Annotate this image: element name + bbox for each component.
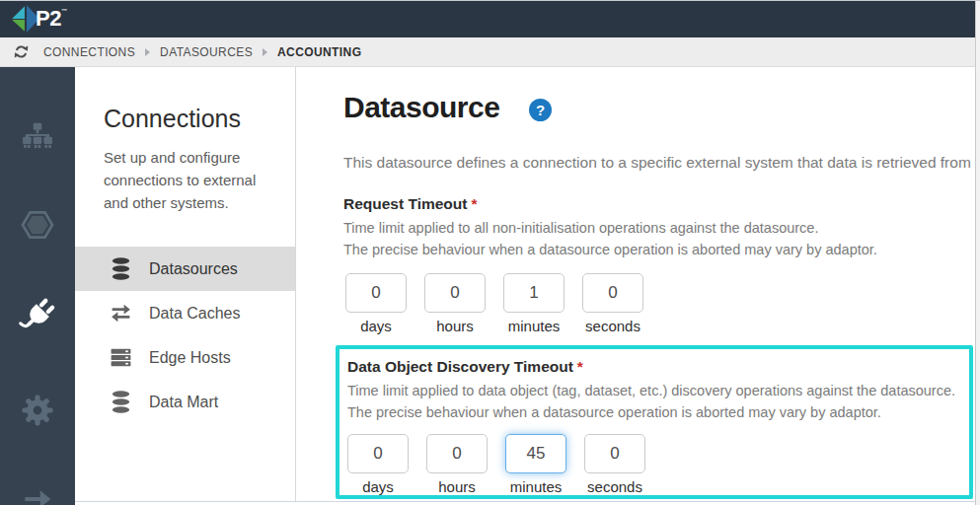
discovery-timeout-help-line: Time limit applied to data object (tag, …: [347, 380, 967, 401]
unit-label: hours: [426, 478, 488, 495]
minutes-input[interactable]: [503, 273, 565, 313]
window-right-edge: [975, 0, 980, 505]
discovery-timeout-seconds: seconds: [584, 434, 645, 495]
unit-label: minutes: [503, 318, 565, 334]
discovery-timeout-label: Data Object Discovery Timeout*: [347, 358, 583, 376]
app-window: P2™ CONNECTIONS DATASOURCES ACCOUNTING: [0, 0, 980, 505]
plug-icon[interactable]: [0, 296, 75, 335]
unit-label: days: [345, 318, 407, 334]
arrow-right-icon[interactable]: [0, 479, 75, 505]
server-stack-icon: [109, 345, 133, 370]
seconds-input[interactable]: [582, 273, 643, 313]
unit-label: minutes: [505, 478, 566, 495]
sync-arrows-icon: [109, 301, 133, 325]
days-input[interactable]: [345, 273, 407, 313]
breadcrumb-separator-icon: [145, 48, 150, 56]
breadcrumb-datasources[interactable]: DATASOURCES: [160, 45, 253, 59]
minutes-input[interactable]: [505, 434, 566, 473]
breadcrumb: CONNECTIONS DATASOURCES ACCOUNTING: [0, 37, 980, 67]
gear-icon[interactable]: [0, 391, 75, 430]
sidebar-item-label: Datasources: [149, 260, 238, 278]
help-icon[interactable]: ?: [529, 99, 552, 121]
panel-title: Connections: [104, 105, 241, 133]
request-timeout-days: days: [345, 273, 407, 334]
discovery-timeout-days: days: [347, 434, 409, 495]
required-marker: *: [577, 358, 583, 375]
connections-panel: Connections Set up and configure connect…: [75, 67, 296, 505]
p2-logo-text: P2™: [36, 6, 66, 32]
request-timeout-help-line: Time limit applied to all non-initialisa…: [343, 217, 971, 239]
discovery-timeout-hours: hours: [426, 434, 488, 495]
request-timeout-seconds: seconds: [582, 273, 643, 334]
sidebar-item-data-mart[interactable]: Data Mart: [75, 380, 295, 424]
breadcrumb-separator-icon: [263, 48, 267, 56]
request-timeout-help-line: The precise behaviour when a datasource …: [343, 239, 971, 260]
request-timeout-minutes: minutes: [503, 273, 565, 334]
hours-input[interactable]: [426, 434, 488, 473]
database-icon: [109, 390, 133, 414]
sidebar-item-datasources[interactable]: Datasources: [75, 247, 295, 291]
required-marker: *: [471, 195, 477, 212]
nav-rail: [0, 67, 75, 505]
page-title: Datasource: [343, 91, 499, 124]
trademark-mark: ™: [61, 8, 67, 14]
seconds-input[interactable]: [584, 434, 645, 473]
sidebar-item-data-caches[interactable]: Data Caches: [75, 291, 295, 335]
unit-label: hours: [424, 318, 486, 334]
sidebar-item-edge-hosts[interactable]: Edge Hosts: [75, 335, 295, 380]
window-bottom-edge: [75, 501, 975, 505]
hexagon-icon[interactable]: [0, 205, 75, 245]
sidebar-item-label: Data Caches: [149, 305, 241, 323]
panel-description: Set up and configure connections to exte…: [104, 146, 273, 214]
window-top-edge: [0, 0, 980, 1]
unit-label: days: [347, 478, 409, 495]
breadcrumb-connections[interactable]: CONNECTIONS: [43, 45, 135, 59]
discovery-timeout-minutes: minutes: [505, 434, 566, 495]
discovery-timeout-help-line: The precise behaviour when a datasource …: [347, 401, 967, 423]
unit-label: seconds: [582, 318, 643, 334]
sitemap-icon[interactable]: [0, 116, 75, 156]
sidebar-item-label: Edge Hosts: [149, 349, 231, 367]
request-timeout-hours: hours: [424, 273, 486, 334]
p2-logo: P2™: [10, 3, 66, 35]
request-timeout-label: Request Timeout*: [343, 195, 478, 213]
sidebar-item-label: Data Mart: [149, 394, 218, 411]
hours-input[interactable]: [424, 273, 486, 313]
page-description: This datasource defines a connection to …: [343, 154, 971, 172]
breadcrumb-accounting: ACCOUNTING: [277, 45, 361, 59]
refresh-icon[interactable]: [13, 43, 30, 60]
days-input[interactable]: [347, 434, 409, 473]
database-icon: [109, 256, 133, 281]
top-bar: P2™: [0, 0, 980, 37]
unit-label: seconds: [584, 478, 645, 495]
